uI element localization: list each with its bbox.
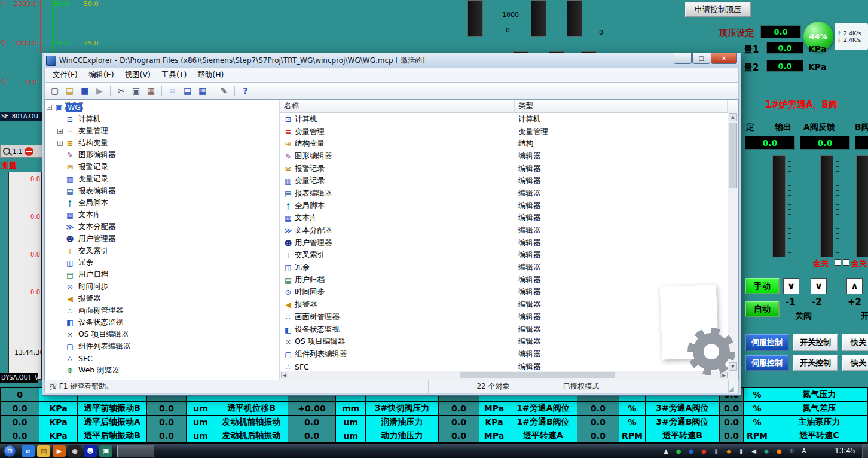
copy-icon[interactable]: ▣ <box>129 84 143 97</box>
tree-item[interactable]: +▥变量记录 <box>56 173 279 185</box>
list-row[interactable]: ▥变量记录编辑器 <box>280 175 738 187</box>
open-icon[interactable]: ▤ <box>63 84 77 97</box>
expand-box-icon[interactable]: + <box>57 141 63 146</box>
media-icon[interactable]: ▶ <box>53 445 66 457</box>
tree-item[interactable]: +∴SFC <box>56 352 279 364</box>
tree-item[interactable]: +◧设备状态监视 <box>56 316 279 328</box>
menu-item[interactable]: 工具(T) <box>156 69 192 81</box>
scroll-left-icon[interactable]: ◀ <box>281 372 288 378</box>
step-down-button[interactable]: ∨ <box>811 278 827 294</box>
switch-control-button[interactable]: 开关控制 <box>793 355 838 371</box>
column-header-name[interactable]: 名称 <box>280 100 515 112</box>
manual-mode-button[interactable]: 手动 <box>745 278 780 294</box>
taskbar-app-button[interactable] <box>117 445 154 457</box>
tree-root-item[interactable]: -▣WG <box>45 101 279 113</box>
pen-icon[interactable]: ✎ <box>217 84 231 97</box>
update-icon[interactable]: ● <box>774 447 784 456</box>
switch-control-button[interactable]: 开关控制 <box>793 334 838 351</box>
app-dark-icon[interactable]: ● <box>68 445 81 457</box>
fast-close-button[interactable]: 快关 <box>842 334 868 351</box>
tree-item[interactable]: +☻用户管理器 <box>56 233 279 245</box>
list-row[interactable]: ☻用户管理器编辑器 <box>280 237 738 249</box>
request-top-pressure-button[interactable]: 申请控制顶压 <box>685 2 751 17</box>
usb-icon[interactable]: ▮ <box>711 447 721 456</box>
tree-item[interactable]: +≡变量管理 <box>56 125 279 137</box>
shield-icon[interactable]: ◆ <box>762 447 771 456</box>
maximize-button[interactable]: □ <box>692 53 710 64</box>
close-button[interactable]: × <box>711 53 737 64</box>
fast-close-button[interactable]: 快关 <box>842 355 868 371</box>
tree-item[interactable]: +⊙时间同步 <box>56 280 279 292</box>
tree-item[interactable]: +ƒ全局脚本 <box>56 197 279 209</box>
tree-item[interactable]: +×OS 项目编辑器 <box>56 328 279 340</box>
clock[interactable]: 13:45 <box>835 447 855 455</box>
stop-icon[interactable] <box>25 147 33 156</box>
start-button[interactable]: ⊞ <box>4 445 16 457</box>
list-row[interactable]: ⊞结构变量结构 <box>280 138 738 150</box>
list-view-icon[interactable]: ▤ <box>181 84 194 97</box>
grid-view-icon[interactable]: ▦ <box>195 84 209 97</box>
wincc-app-icon[interactable]: ▣ <box>99 445 112 457</box>
tree-item[interactable]: +◫冗余 <box>56 257 279 268</box>
folder-icon[interactable]: ▤ <box>37 445 50 457</box>
list-row[interactable]: ✉报警记录编辑器 <box>280 163 738 175</box>
list-row[interactable]: ▤报表编辑器编辑器 <box>280 187 738 200</box>
tree-item[interactable]: +▦文本库 <box>56 209 279 221</box>
menu-item[interactable]: 帮助(H) <box>192 69 229 81</box>
chat-tray-icon[interactable]: ● <box>686 447 696 456</box>
magnifier-icon[interactable] <box>3 148 10 155</box>
scrollbar-thumb[interactable] <box>460 372 615 378</box>
list-row[interactable]: ◫冗余编辑器 <box>280 261 738 274</box>
ime-icon[interactable]: A <box>799 447 809 456</box>
servo-control-button[interactable]: 伺服控制 <box>745 355 789 371</box>
paste-icon[interactable]: ▦ <box>144 84 158 97</box>
stop-icon[interactable]: ■ <box>78 84 91 97</box>
tree-item[interactable]: +≫文本分配器 <box>56 221 279 233</box>
list-row[interactable]: ƒ全局脚本编辑器 <box>280 200 738 212</box>
step-up-button[interactable]: ∧ <box>846 278 863 294</box>
scrollbar-thumb[interactable] <box>729 123 737 188</box>
step-down-button[interactable]: ∨ <box>783 278 799 294</box>
tree-item[interactable]: +⊕Web 浏览器 <box>56 364 279 376</box>
menu-item[interactable]: 视图(V) <box>120 69 156 81</box>
media-tray-icon[interactable]: ◆ <box>724 447 733 456</box>
list-row[interactable]: ▦文本库编辑器 <box>280 212 738 225</box>
list-row[interactable]: +交叉索引编辑器 <box>280 249 738 262</box>
cut-icon[interactable]: ✂ <box>114 84 128 97</box>
menu-item[interactable]: 编辑(E) <box>83 69 120 81</box>
scroll-up-icon[interactable]: ▲ <box>729 113 737 121</box>
servo-control-button[interactable]: 伺服控制 <box>745 334 789 351</box>
show-desktop-button[interactable] <box>862 444 868 458</box>
alert-icon[interactable]: ● <box>699 447 708 456</box>
window-titlebar[interactable]: WinCCExplorer - D:\Program Files (x86)\S… <box>44 53 739 68</box>
volume-icon[interactable]: ◀ <box>749 447 759 456</box>
antivirus-icon[interactable]: ● <box>674 447 683 456</box>
auto-mode-button[interactable]: 自动 <box>745 301 780 317</box>
vertical-scrollbar[interactable]: ▲ ▼ <box>728 112 738 371</box>
tree-item[interactable]: +▤报表编辑器 <box>56 185 279 197</box>
activate-icon[interactable]: ▶ <box>93 84 106 97</box>
tree-item[interactable]: +∴画面树管理器 <box>56 304 279 316</box>
list-row[interactable]: ▤用户归档编辑器 <box>280 274 738 286</box>
tray-expand-icon[interactable]: ▲ <box>661 447 671 456</box>
tree-item[interactable]: +▢组件列表编辑器 <box>56 340 279 352</box>
chat-icon[interactable]: ☻ <box>84 445 97 457</box>
list-row[interactable]: ✎图形编辑器编辑器 <box>280 150 738 163</box>
expand-box-icon[interactable]: + <box>57 129 63 134</box>
tree-item[interactable]: +✉报警记录 <box>56 161 279 173</box>
ie-icon[interactable]: e <box>22 445 35 457</box>
tree-item[interactable]: +⊞结构变量 <box>56 137 279 149</box>
resize-grip[interactable]: ◢ <box>729 380 738 393</box>
tree-item[interactable]: +▤用户归档 <box>56 268 279 280</box>
minimize-button[interactable]: — <box>674 53 692 64</box>
tree-item[interactable]: ++交叉索引 <box>56 245 279 257</box>
list-row[interactable]: ⊡计算机计算机 <box>280 113 738 126</box>
tree-item[interactable]: +◀报警器 <box>56 292 279 304</box>
list-row[interactable]: ≫文本分配器编辑器 <box>280 224 738 237</box>
new-icon[interactable]: ▢ <box>48 84 62 97</box>
hierarchy-icon[interactable]: ≡ <box>166 84 179 97</box>
column-header-type[interactable]: 类型 <box>515 100 728 112</box>
list-row[interactable]: ≡变量管理变量管理 <box>280 126 738 138</box>
menu-item[interactable]: 文件(F) <box>47 69 83 81</box>
horizontal-scrollbar[interactable]: ◀ ▶ <box>280 371 728 380</box>
